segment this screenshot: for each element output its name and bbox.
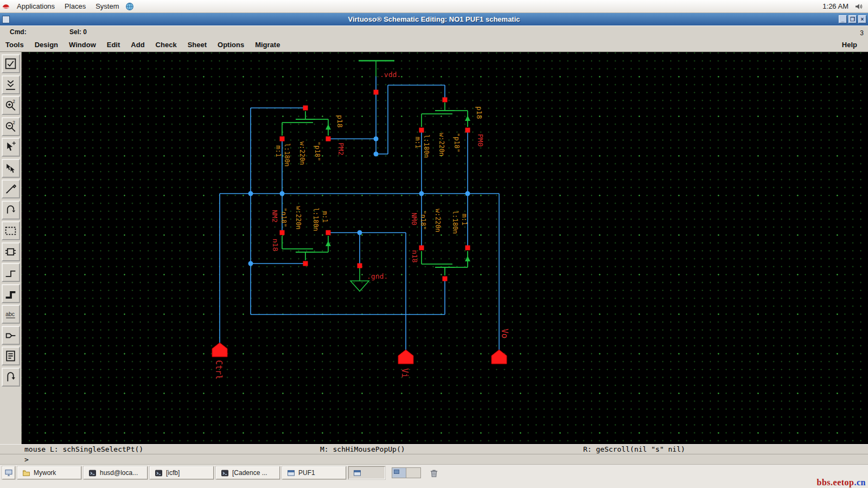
menu-edit[interactable]: Edit [101,37,126,52]
taskbar-item-husd-loca-[interactable]: husd@loca... [84,466,148,479]
clock[interactable]: 1:26 AM [818,2,853,10]
schematic-label[interactable]: m:1 [321,211,329,223]
rotate-tool-button[interactable] [2,201,20,220]
zoom-out-tool-button[interactable]: 2 [2,117,20,136]
terminal[interactable] [358,264,362,268]
schematic-label[interactable]: Ctrl [214,360,224,380]
schematic-label[interactable]: l:180n [283,143,291,166]
schematic-label[interactable]: Vo [500,329,509,338]
copy-tool-button[interactable] [2,159,20,178]
terminal[interactable] [326,137,331,142]
junction-dot[interactable] [248,261,253,266]
trash-icon[interactable] [429,467,439,478]
window-titlebar[interactable]: Virtuoso® Schematic Editing: NO1 PUF1 sc… [0,13,868,25]
schematic-label[interactable]: .gnd. [367,272,388,280]
instance-tool-button[interactable] [2,242,20,261]
schematic-label[interactable]: m:1 [275,145,282,157]
web-browser-icon[interactable] [124,1,136,12]
minimize-button[interactable]: _ [839,15,847,23]
instance-PM2[interactable] [326,124,331,130]
terminal[interactable] [443,98,448,102]
terminal[interactable] [419,128,424,133]
taskbar-item-schematic[interactable] [348,466,385,479]
redhat-menu-icon[interactable] [0,1,12,12]
gnd-symbol[interactable] [350,281,369,291]
schematic-label[interactable]: p18 [336,115,344,127]
menu-sheet[interactable]: Sheet [182,37,212,52]
terminal[interactable] [374,90,379,95]
schematic-label[interactable]: m:1 [414,137,422,149]
schematic-label[interactable]: w:220n [434,209,442,232]
junction-dot[interactable] [358,230,362,235]
label-tool-button[interactable]: abc [2,305,20,324]
wire-tool-button[interactable] [2,263,20,282]
schematic-label[interactable]: Vi [400,368,410,378]
schematic-canvas[interactable]: .vdd..gnd.p18PM2m:1l:180nw:220n"p18"p18P… [22,52,868,444]
stretch-tool-button[interactable] [2,138,20,157]
taskbar-item-mywork[interactable]: Mywork [17,466,81,479]
schematic-label[interactable]: w:220n [298,142,306,165]
schematic-label[interactable]: NM0 [410,213,418,225]
schematic-label[interactable]: n18 [271,239,279,251]
workspace-1[interactable] [392,468,406,478]
places-menu[interactable]: Places [60,0,91,13]
draw-tool-button[interactable] [2,179,20,198]
applications-menu[interactable]: Applications [12,0,60,13]
schematic-svg[interactable]: .vdd..gnd.p18PM2m:1l:180nw:220n"p18"p18P… [22,52,868,444]
terminal[interactable] [465,128,470,133]
terminal[interactable] [465,246,470,251]
prompt-bar[interactable]: > [0,454,868,464]
instance-PM0[interactable] [465,115,470,121]
workspace-2[interactable] [406,468,420,478]
terminal[interactable] [303,106,308,111]
schematic-label[interactable]: "p18" [453,133,461,152]
instance-NM0[interactable] [465,256,470,261]
window-menu-icon[interactable] [2,16,10,23]
terminal[interactable] [303,261,308,266]
terminal[interactable] [443,277,448,281]
junction-dot[interactable] [374,137,379,142]
maximize-button[interactable]: ❐ [848,15,857,23]
menu-options[interactable]: Options [212,37,250,52]
pin-Vi[interactable] [398,350,413,364]
menu-help[interactable]: Help [837,37,863,52]
schematic-label[interactable]: .vdd. [380,70,401,79]
schematic-label[interactable]: l:180n [423,134,430,158]
zoom-in-tool-button[interactable]: 2 [2,96,20,115]
pin-tool-button[interactable] [2,326,20,345]
wide-wire-tool-button[interactable] [2,284,20,303]
schematic-label[interactable]: w:220n [295,206,302,229]
workspace-switcher[interactable] [392,467,421,478]
menu-migrate[interactable]: Migrate [250,37,285,52]
close-button[interactable]: × [858,15,866,23]
junction-dot[interactable] [248,191,253,196]
schematic-label[interactable]: PM2 [337,143,345,155]
schematic-label[interactable]: "p18" [314,142,321,161]
terminal[interactable] [326,230,331,235]
menu-window[interactable]: Window [63,37,101,52]
check-tool-button[interactable] [2,54,20,73]
schematic-label[interactable]: l:180n [451,210,459,234]
save-tool-button[interactable] [2,75,20,94]
menu-check[interactable]: Check [150,37,182,52]
pin-Ctrl[interactable] [212,343,227,357]
system-menu[interactable]: System [91,0,124,13]
schematic-label[interactable]: "n18" [419,210,427,230]
repeat-tool-button[interactable] [2,368,20,387]
junction-dot[interactable] [465,191,470,196]
volume-icon[interactable] [853,1,865,12]
menu-tools[interactable]: Tools [0,37,29,52]
select-area-tool-button[interactable] [2,221,20,240]
menu-design[interactable]: Design [29,37,63,52]
schematic-label[interactable]: m:1 [461,214,468,226]
instance-NM2[interactable] [326,241,331,246]
terminal[interactable] [419,246,424,251]
schematic-label[interactable]: l:180n [312,208,320,231]
terminal[interactable] [280,230,285,235]
junction-dot[interactable] [419,191,424,196]
taskbar-item-puf1[interactable]: PUF1 [282,466,346,479]
schematic-label[interactable]: NM2 [271,210,279,222]
property-tool-button[interactable] [2,346,20,365]
taskbar-item--icfb-[interactable]: [icfb] [150,466,214,479]
menu-add[interactable]: Add [125,37,150,52]
